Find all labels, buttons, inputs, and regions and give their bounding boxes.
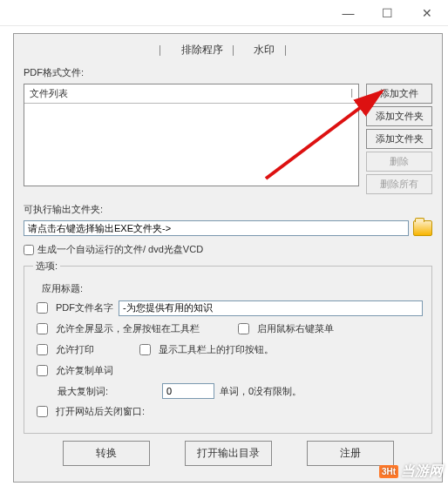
rightclick-checkbox[interactable] [238,323,249,334]
open-output-button[interactable]: 打开输出目录 [185,441,272,466]
minimize-button[interactable]: — [329,1,368,25]
convert-button[interactable]: 转换 [63,441,150,466]
pdfname-checkbox[interactable] [37,302,48,314]
output-folder-label: 可执行输出文件夹: [24,203,432,216]
maxcopy-input[interactable] [162,383,214,399]
add-folder2-button[interactable]: 添加文件夹 [366,129,432,149]
autorun-checkbox[interactable] [24,245,34,255]
delete-all-button[interactable]: 删除所有 [366,174,432,194]
register-button[interactable]: 注册 [307,441,394,466]
output-folder-input[interactable] [24,220,409,236]
copy-checkbox[interactable] [37,365,48,376]
maxcopy-label: 最大复制词: [58,385,108,398]
add-file-button[interactable]: 添加文件 [366,84,432,104]
pdf-files-label: PDF格式文件: [24,66,432,79]
closewin-label: 打开网站后关闭窗口: [56,405,145,418]
file-list-header: 文件列表 | [24,84,358,104]
closewin-checkbox[interactable] [37,406,48,417]
maximize-button[interactable]: ☐ [368,1,407,25]
options-legend: 选项: [33,260,60,273]
file-list-table[interactable]: 文件列表 | [24,84,359,186]
autorun-label: 生成一个自动运行的文件/ dvd光盘VCD [37,243,203,256]
maxcopy-hint: 单词，0没有限制。 [220,385,302,398]
add-folder-button[interactable]: 添加文件夹 [366,106,432,126]
copy-label: 允许复制单词 [56,364,113,377]
app-title-label: 应用标题: [42,282,83,295]
print-label: 允许打印 [56,343,94,356]
titlebar: — ☐ ✕ [0,0,448,26]
printbtn-label: 显示工具栏上的打印按钮。 [159,343,274,356]
print-checkbox[interactable] [37,344,48,355]
options-fieldset: 选项: 应用标题: PDF文件名字 允许全屏显示，全屏按钮在工具栏 启用鼠标右键… [24,260,432,434]
tab-exclude[interactable]: 排除程序 [176,44,228,56]
pdfname-input[interactable] [119,300,423,316]
rightclick-label: 启用鼠标右键菜单 [257,322,334,335]
folder-icon[interactable] [413,220,432,236]
pdfname-label: PDF文件名字 [56,301,113,314]
close-button[interactable]: ✕ [407,1,446,25]
fullscreen-checkbox[interactable] [37,323,48,334]
tab-watermark[interactable]: 水印 [248,44,280,56]
main-panel: 排除程序 水印 PDF格式文件: 文件列表 | 添加文件 添加文件夹 添加文件夹… [13,33,443,483]
fullscreen-label: 允许全屏显示，全屏按钮在工具栏 [56,322,200,335]
tab-bar: 排除程序 水印 [24,43,432,57]
delete-button[interactable]: 删除 [366,152,432,172]
printbtn-checkbox[interactable] [139,344,151,355]
